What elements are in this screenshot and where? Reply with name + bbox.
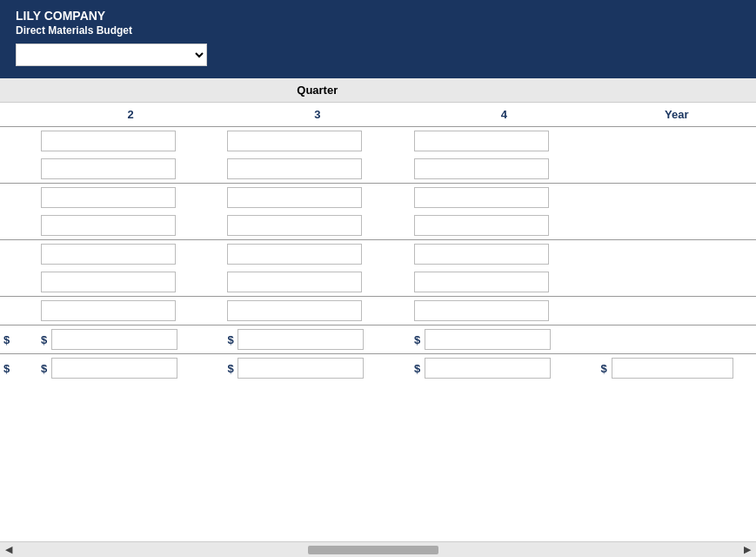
table-row: $ $ $ $: [0, 354, 756, 383]
input-r2-q3[interactable]: [227, 158, 362, 179]
empty-corner: [0, 78, 37, 103]
cell-r7-year: [598, 297, 756, 325]
input-r1-q4[interactable]: [414, 131, 549, 151]
cell-r6-year: [598, 268, 756, 297]
company-name: LILY COMPANY: [16, 9, 740, 23]
row-label-5: [0, 240, 37, 269]
cell-r5-q4: [411, 240, 598, 269]
cell-r5-q2: [37, 240, 224, 269]
cell-r1-q2: [37, 127, 224, 156]
spacer-row: [0, 382, 756, 399]
dollar-sign-r9-year: $: [601, 362, 610, 375]
scroll-right-arrow[interactable]: ▶: [739, 544, 756, 555]
cell-r9-q4: $: [411, 354, 598, 383]
input-r1-q3[interactable]: [227, 131, 362, 151]
cell-r4-q3: [224, 211, 411, 240]
cell-r8-year: [598, 325, 756, 354]
table-row: [0, 184, 756, 212]
table-row: [0, 211, 756, 240]
year-header-empty: [598, 78, 756, 103]
row-label-4: [0, 211, 37, 240]
input-r4-q2[interactable]: [41, 215, 176, 236]
input-r3-q3[interactable]: [227, 187, 362, 208]
page-header: LILY COMPANY Direct Materials Budget: [0, 0, 756, 78]
input-r4-q4[interactable]: [414, 215, 549, 236]
input-r8-q2[interactable]: [51, 329, 177, 350]
input-r7-q4[interactable]: [414, 300, 549, 321]
cell-r6-q2: [37, 268, 224, 297]
input-r2-q2[interactable]: [41, 158, 176, 179]
input-r5-q4[interactable]: [414, 244, 549, 265]
cell-r8-q4: $: [411, 325, 598, 354]
scroll-left-arrow[interactable]: ◀: [0, 544, 17, 555]
budget-table: Quarter 2 3 4 Year: [0, 78, 756, 399]
input-r6-q4[interactable]: [414, 272, 549, 292]
cell-r9-year: $: [598, 354, 756, 383]
input-r5-q2[interactable]: [41, 244, 176, 265]
quarter-header-row: Quarter: [0, 78, 756, 103]
row-label-1: [0, 127, 37, 156]
cell-r5-year: [598, 240, 756, 269]
main-content: Quarter 2 3 4 Year: [0, 78, 756, 541]
cell-r1-q4: [411, 127, 598, 156]
dollar-sign-r9-q2: $: [41, 362, 50, 375]
cell-r1-year: [598, 127, 756, 156]
col-year-header: Year: [598, 103, 756, 127]
cell-r9-q3: $: [224, 354, 411, 383]
input-r9-q4[interactable]: [425, 358, 551, 379]
cell-r7-q3: [224, 297, 411, 325]
input-r6-q2[interactable]: [41, 272, 176, 292]
report-title: Direct Materials Budget: [16, 24, 740, 37]
input-r2-q4[interactable]: [414, 158, 549, 179]
input-r8-q3[interactable]: [238, 329, 364, 350]
col-num-row: 2 3 4 Year: [0, 103, 756, 127]
input-r9-year[interactable]: [612, 358, 733, 379]
row-label-9: $: [0, 354, 37, 383]
cell-r8-q3: $: [224, 325, 411, 354]
input-r6-q3[interactable]: [227, 272, 362, 292]
scrollbar-track: [26, 546, 730, 554]
col-q2-header: 2: [37, 103, 224, 127]
cell-r9-q2: $: [37, 354, 224, 383]
cell-r6-q3: [224, 268, 411, 297]
row-label-7: [0, 297, 37, 325]
input-r9-q2[interactable]: [51, 358, 177, 379]
cell-r3-year: [598, 184, 756, 212]
input-r4-q3[interactable]: [227, 215, 362, 236]
cell-r2-q4: [411, 155, 598, 184]
dollar-sign-r8-q2: $: [41, 333, 50, 346]
input-r1-q2[interactable]: [41, 131, 176, 151]
col-q3-header: 3: [224, 103, 411, 127]
cell-r2-q3: [224, 155, 411, 184]
dollar-sign-r8-q3: $: [227, 333, 236, 346]
cell-r4-q4: [411, 211, 598, 240]
input-r3-q2[interactable]: [41, 187, 176, 208]
cell-r4-q2: [37, 211, 224, 240]
input-r7-q3[interactable]: [227, 300, 362, 321]
app-container: LILY COMPANY Direct Materials Budget Qua…: [0, 0, 756, 557]
input-r5-q3[interactable]: [227, 244, 362, 265]
dollar-sign-r8-left: $: [3, 333, 10, 346]
cell-r3-q4: [411, 184, 598, 212]
input-r9-q3[interactable]: [238, 358, 364, 379]
cell-r2-year: [598, 155, 756, 184]
input-r7-q2[interactable]: [41, 300, 176, 321]
input-r3-q4[interactable]: [414, 187, 549, 208]
horizontal-scrollbar[interactable]: ◀ ▶: [0, 541, 756, 557]
table-row: [0, 268, 756, 297]
dollar-sign-r9-left: $: [3, 362, 10, 375]
dollar-sign-r8-q4: $: [414, 333, 423, 346]
cell-r1-q3: [224, 127, 411, 156]
row-label-6: [0, 268, 37, 297]
cell-r7-q4: [411, 297, 598, 325]
table-row: [0, 297, 756, 325]
dollar-sign-r9-q3: $: [227, 362, 236, 375]
col-q4-header: 4: [411, 103, 598, 127]
row-label-2: [0, 155, 37, 184]
scrollbar-thumb[interactable]: [308, 546, 438, 554]
input-r8-q4[interactable]: [425, 329, 551, 350]
period-select[interactable]: [16, 44, 207, 66]
cell-r8-q2: $: [37, 325, 224, 354]
cell-r5-q3: [224, 240, 411, 269]
quarter-header-label: Quarter: [37, 78, 598, 103]
